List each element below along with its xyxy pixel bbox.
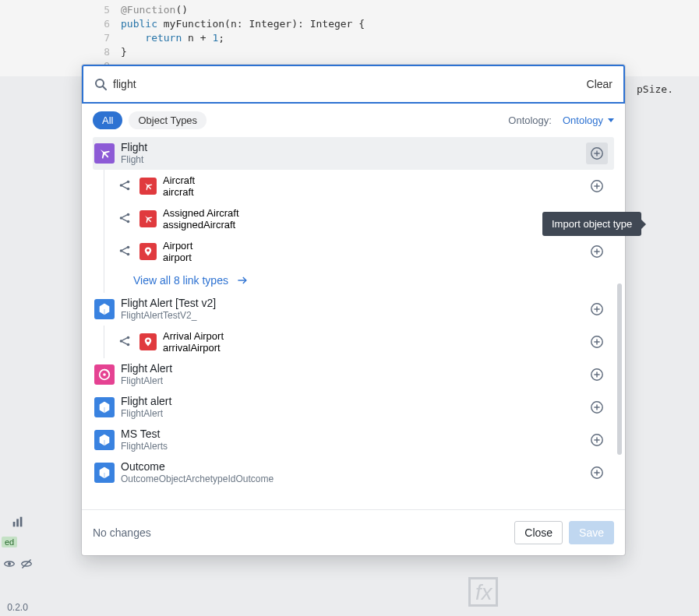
filter-all[interactable]: All <box>93 111 122 129</box>
result-row[interactable]: Flight Alert FlightAlert <box>93 358 614 391</box>
add-button[interactable] <box>586 298 608 320</box>
link-object-icon <box>139 178 157 195</box>
search-icon <box>94 78 107 90</box>
link-object-icon <box>139 333 157 350</box>
view-all-link[interactable]: View all 8 link types <box>107 268 249 293</box>
save-button[interactable]: Save <box>569 521 614 544</box>
status-text: No changes <box>93 526 508 539</box>
link-title: Airport <box>163 240 586 252</box>
link-subtitle: airport <box>163 252 586 263</box>
link-group: Aircraft aircraft Assigned Aircraft assi… <box>104 170 614 293</box>
link-object-icon <box>139 210 157 227</box>
result-subtitle: OutcomeObjectArchetypeIdOutcome <box>121 473 586 485</box>
object-icon <box>94 463 115 483</box>
eye-icon[interactable] <box>2 552 16 576</box>
result-subtitle: FlightAlert <box>121 375 586 387</box>
link-title: Aircraft <box>163 174 586 186</box>
link-row[interactable]: Aircraft aircraft <box>107 170 614 202</box>
result-row[interactable]: Outcome OutcomeObjectArchetypeIdOutcome <box>93 456 614 489</box>
add-button[interactable] <box>586 462 608 484</box>
result-row[interactable]: Flight alert FlightAlert <box>93 391 614 424</box>
result-subtitle: FlightAlert <box>121 408 586 420</box>
ontology-value: Ontology <box>563 114 603 126</box>
result-row[interactable]: MS Test FlightAlerts <box>93 424 614 456</box>
eye-off-icon[interactable] <box>19 552 34 576</box>
add-button[interactable] <box>586 241 608 262</box>
tooltip: Import object type <box>542 212 641 236</box>
filter-row: All Object Types Ontology: Ontology <box>82 104 625 137</box>
object-icon <box>94 397 115 417</box>
tag-badge: ed <box>2 537 17 547</box>
link-icon <box>118 244 133 259</box>
result-title: MS Test <box>121 428 586 441</box>
result-title: Flight <box>121 141 586 154</box>
result-title: Flight Alert [Test v2] <box>121 297 586 310</box>
add-button[interactable] <box>586 331 608 353</box>
add-button[interactable] <box>586 143 608 164</box>
link-subtitle: aircraft <box>163 186 586 198</box>
result-subtitle: FlightAlerts <box>121 441 586 452</box>
link-icon <box>118 211 133 227</box>
scrollbar-thumb[interactable] <box>617 283 622 455</box>
link-title: Assigned Aircraft <box>163 207 586 219</box>
result-title: Flight alert <box>121 395 586 408</box>
result-row[interactable]: Flight Flight <box>93 137 614 170</box>
link-row[interactable]: Assigned Aircraft assignedAircraft <box>107 202 614 235</box>
clear-button[interactable]: Clear <box>587 78 613 90</box>
fx-illustration <box>460 572 507 611</box>
link-subtitle: arrivalAirport <box>163 342 586 354</box>
chart-icon[interactable] <box>4 510 32 533</box>
add-button[interactable] <box>586 175 608 197</box>
link-group: Arrival Airport arrivalAirport <box>104 326 614 358</box>
filter-object-types[interactable]: Object Types <box>129 111 207 129</box>
results-list: Flight Flight Aircraft aircraft Assigned… <box>82 137 625 509</box>
search-input[interactable] <box>113 78 587 90</box>
link-icon <box>118 178 133 194</box>
result-title: Outcome <box>121 460 586 473</box>
version-text: 0.2.0 <box>0 602 35 613</box>
result-row[interactable]: Flight Alert [Test v2] FlightAlertTestV2… <box>93 293 614 326</box>
link-row[interactable]: Airport airport <box>107 235 614 268</box>
add-button[interactable] <box>586 396 608 418</box>
object-icon <box>94 430 115 450</box>
modal-footer: No changes Close Save <box>82 509 625 555</box>
view-all-text: View all 8 link types <box>133 274 228 287</box>
object-icon <box>94 364 115 385</box>
close-button[interactable]: Close <box>514 521 563 544</box>
chevron-down-icon <box>608 118 614 122</box>
object-icon <box>94 143 115 164</box>
result-title: Flight Alert <box>121 362 586 375</box>
add-button[interactable] <box>586 429 608 451</box>
link-object-icon <box>139 243 157 260</box>
result-subtitle: Flight <box>121 154 586 166</box>
link-row[interactable]: Arrival Airport arrivalAirport <box>107 326 614 358</box>
import-modal: Clear All Object Types Ontology: Ontolog… <box>82 65 625 555</box>
bg-toolbar: ed 0.2.0 <box>0 507 35 616</box>
link-title: Arrival Airport <box>163 330 586 342</box>
link-subtitle: assignedAircraft <box>163 219 586 231</box>
ontology-label: Ontology: <box>508 114 552 126</box>
add-button[interactable] <box>586 364 608 385</box>
search-bar: Clear <box>82 65 625 104</box>
result-subtitle: FlightAlertTestV2_ <box>121 310 586 322</box>
link-icon <box>118 334 133 350</box>
ontology-select[interactable]: Ontology <box>563 114 614 126</box>
object-icon <box>94 299 115 319</box>
